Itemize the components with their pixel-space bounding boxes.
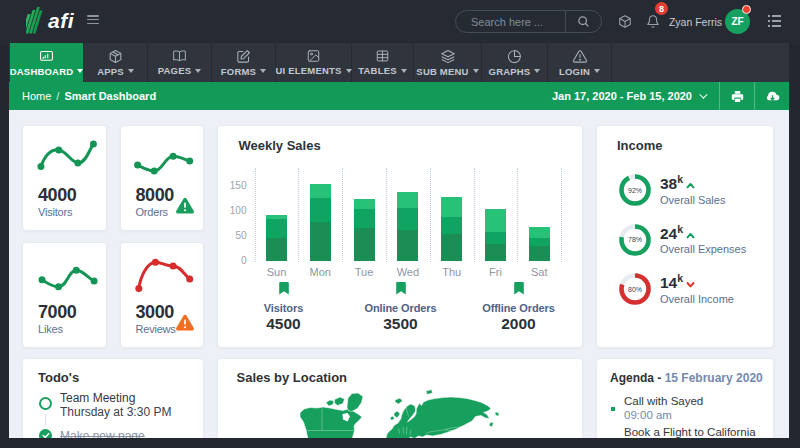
nav-item-label: TABLES — [358, 65, 397, 76]
todo-item-done-title: Make new page — [60, 429, 145, 439]
income-row-1: 78% 24k Overall Expenses — [597, 216, 773, 265]
notification-badge: 8 — [655, 2, 668, 15]
todo-circle-done[interactable] — [39, 429, 52, 439]
right-panel-button[interactable] — [768, 13, 781, 31]
sparkline-visitors — [33, 136, 99, 178]
todo-circle-open[interactable] — [39, 397, 52, 410]
nav-item-forms[interactable]: FORMS — [212, 43, 276, 82]
income-value: 14k — [660, 272, 695, 292]
stat-value: 8000 — [136, 185, 174, 206]
donut-percent: 78% — [618, 223, 652, 257]
world-map[interactable] — [286, 387, 506, 439]
alert-triangle-icon — [175, 313, 195, 336]
breadcrumb-separator: / — [56, 90, 59, 102]
nav-item-apps[interactable]: APPS — [84, 43, 148, 82]
x-axis-label: Wed — [386, 266, 430, 278]
summary-label: Offline Orders — [454, 302, 584, 314]
sparkline-likes — [33, 253, 99, 295]
nav-item-graphs[interactable]: GRAPHS — [482, 43, 548, 82]
search-input[interactable] — [456, 16, 565, 28]
bookmark-icon — [514, 282, 524, 295]
income-value: 24k — [660, 223, 695, 243]
summary-value: 3500 — [336, 315, 466, 333]
x-axis-label: Sun — [255, 266, 299, 278]
download-button[interactable] — [755, 82, 789, 110]
chevron-down-icon — [473, 69, 479, 73]
stat-label: Orders — [136, 206, 168, 218]
income-label: Overall Expenses — [660, 243, 746, 255]
stat-label: Reviews — [136, 323, 176, 335]
agenda-bullet — [611, 407, 615, 411]
sparkline-reviews — [131, 253, 197, 295]
nav-item-tables[interactable]: TABLES — [352, 43, 414, 82]
bar-thu[interactable] — [441, 197, 462, 261]
breadcrumb-current: Smart Dashboard — [64, 90, 156, 102]
todo-item-title: Team Meeting — [60, 391, 135, 405]
bar-wed[interactable] — [397, 192, 418, 261]
nav-item-ui-elements[interactable]: UI ELEMENTS — [276, 43, 352, 82]
chart-gridline — [386, 168, 387, 262]
todos-title: Todo's — [38, 370, 79, 385]
chart-gridline — [430, 168, 431, 262]
chevron-down-icon — [77, 69, 83, 73]
bookmark-icon — [279, 282, 289, 295]
list-icon — [768, 15, 781, 27]
weekly-sales-card: Weekly Sales 050100150SunMonTueWedThuFri… — [217, 125, 584, 348]
stat-value: 7000 — [38, 302, 76, 323]
app-logo[interactable]: afi — [26, 6, 74, 36]
bar-tue[interactable] — [354, 199, 375, 261]
nav-item-sub-menu[interactable]: SUB MENU — [414, 43, 482, 82]
topbar: afi 8 Zyan Ferris ZF — [0, 0, 800, 43]
income-label: Overall Income — [660, 293, 734, 305]
search-button[interactable] — [566, 11, 601, 32]
package-icon — [108, 49, 123, 64]
summary-value: 2000 — [454, 315, 584, 333]
nav-item-label: LOGIN — [559, 66, 590, 77]
search-icon — [577, 15, 590, 28]
agenda-bullet — [611, 438, 615, 439]
bar-sat[interactable] — [529, 227, 550, 261]
income-row-2: 80% 14k Overall Income — [597, 265, 773, 314]
cloud-download-icon — [765, 90, 780, 103]
y-axis-label: 50 — [221, 230, 247, 241]
print-button[interactable] — [720, 82, 754, 110]
nav-item-label: GRAPHS — [489, 66, 531, 77]
nav-item-dashboard[interactable]: DASHBOARD — [10, 43, 84, 82]
alert-icon — [572, 49, 588, 64]
logo-text: afi — [48, 9, 74, 33]
user-name[interactable]: Zyan Ferris — [669, 16, 722, 28]
nav-item-label: FORMS — [221, 66, 256, 77]
chart-gridline — [342, 168, 343, 262]
bar-fri[interactable] — [485, 209, 506, 261]
dashboard-icon — [38, 49, 55, 64]
bar-sun[interactable] — [266, 215, 287, 261]
chevron-down-icon — [260, 69, 266, 73]
agenda-item-title: Call with Sayed — [624, 395, 703, 407]
x-axis-label: Fri — [474, 266, 518, 278]
x-axis-label: Mon — [298, 266, 342, 278]
chevron-down-icon — [699, 90, 707, 98]
stat-card-orders: 8000 Orders — [120, 125, 205, 231]
nav-item-login[interactable]: LOGIN — [548, 43, 612, 82]
agenda-date: 15 February 2020 — [665, 371, 763, 385]
nav-item-pages[interactable]: PAGES — [148, 43, 212, 82]
hamburger-menu-icon[interactable] — [87, 15, 99, 24]
breadcrumb-home[interactable]: Home — [22, 90, 51, 102]
stat-card-visitors: 4000 Visitors — [22, 125, 107, 231]
status-dot — [742, 5, 751, 14]
x-axis-label: Thu — [430, 266, 474, 278]
x-axis-label: Tue — [342, 266, 386, 278]
bar-mon[interactable] — [310, 184, 331, 261]
notifications-button[interactable] — [646, 14, 660, 33]
nav-item-label: APPS — [97, 66, 124, 77]
todo-connector — [45, 414, 46, 425]
check-icon — [42, 432, 50, 439]
nav-item-label: PAGES — [158, 65, 192, 76]
chart-gridline — [298, 168, 299, 262]
y-axis-label: 100 — [221, 205, 247, 216]
stat-label: Likes — [38, 323, 63, 335]
alert-triangle-icon — [175, 196, 195, 219]
date-range-picker[interactable]: Jan 17, 2020 - Feb 15, 2020 — [538, 82, 719, 110]
breadcrumb-bar: Home / Smart Dashboard Jan 17, 2020 - Fe… — [9, 82, 789, 110]
apps-cube-button[interactable] — [618, 14, 632, 33]
